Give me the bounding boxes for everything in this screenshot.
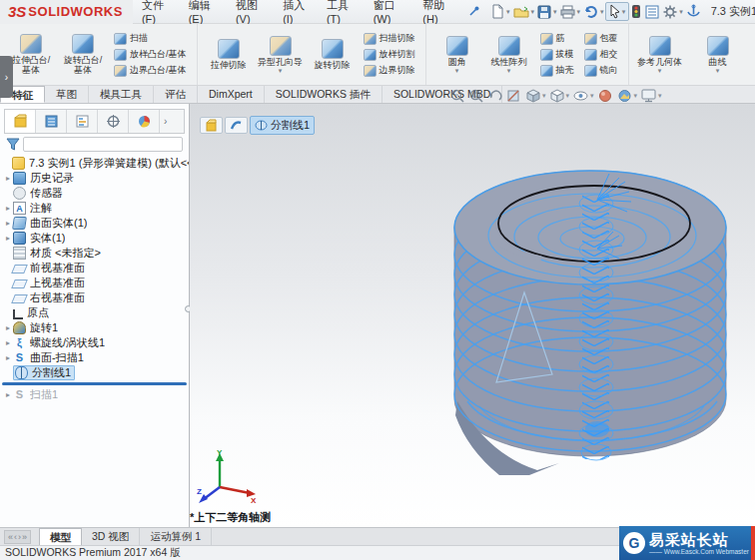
boundary-boss-button[interactable]: 边界凸台/基体 (111, 63, 190, 78)
shell-button[interactable]: 抽壳 (537, 63, 577, 78)
rib-button[interactable]: 筋 (537, 31, 577, 46)
tree-item-front-plane[interactable]: 前视基准面 (0, 261, 189, 276)
revolved-cut-button[interactable]: 旋转切除 (308, 37, 358, 72)
zoom-fit-button[interactable] (449, 88, 465, 104)
tree-item-revolve1[interactable]: ▸旋转1 (0, 320, 189, 335)
scroll-prev-icon[interactable]: ‹ (14, 532, 17, 542)
breadcrumb-part-chip[interactable] (200, 117, 223, 134)
rebuild-button[interactable] (629, 3, 643, 20)
tree-item-surface-bodies[interactable]: ▸曲面实体(1) (0, 216, 189, 231)
propertymanager-icon (44, 114, 59, 129)
graphics-viewport[interactable]: 分割线1 Y X Z *上下二等角轴测 (190, 104, 755, 527)
undo-button[interactable] (581, 4, 600, 20)
swept-cut-button[interactable]: 扫描切除 (361, 31, 418, 46)
swept-boss-button[interactable]: 扫描 (111, 31, 190, 46)
tab-featuremanager[interactable] (5, 110, 36, 133)
tree-root-part[interactable]: 7.3 实例1 (异形弹簧建模) (默认<<默 (0, 156, 189, 171)
tree-item-solid-bodies[interactable]: ▸实体(1) (0, 231, 189, 246)
draft-button[interactable]: 拔模 (537, 47, 577, 62)
boundary-cut-button[interactable]: 边界切除 (361, 63, 418, 78)
apply-scene-button[interactable]: ▾ (616, 88, 638, 104)
curves-button[interactable]: 曲线 ▾ (687, 34, 749, 76)
tab-configurationmanager[interactable] (67, 110, 98, 133)
zoom-area-button[interactable] (468, 88, 484, 104)
tree-item-right-plane[interactable]: 右视基准面 (0, 290, 189, 305)
tree-filter-input[interactable] (23, 137, 183, 152)
select-tool-button[interactable]: ▾ (605, 2, 630, 21)
view-orientation-button[interactable]: ▾ (525, 88, 546, 104)
tab-dimxpertmanager[interactable] (98, 110, 129, 133)
anchor-button[interactable] (684, 3, 703, 20)
filter-funnel-icon (6, 138, 20, 151)
open-button[interactable] (511, 4, 531, 20)
reference-triad: Y X Z (196, 447, 260, 507)
revolved-boss-icon (72, 34, 94, 54)
logo-mark: 3S (8, 3, 26, 20)
scroll-first-icon[interactable]: « (8, 532, 13, 542)
previous-view-button[interactable] (487, 88, 503, 104)
tab-3d-views[interactable]: 3D 视图 (82, 528, 140, 545)
breadcrumb: 分割线1 (200, 116, 317, 134)
tree-item-helix-spiral1[interactable]: ▸螺旋线/涡状线1 (0, 335, 189, 350)
tab-propertymanager[interactable] (36, 110, 67, 133)
display-style-button[interactable]: ▾ (549, 88, 570, 104)
view-settings-button[interactable]: ▾ (640, 88, 662, 104)
scroll-next-icon[interactable]: › (18, 532, 21, 542)
spring-model[interactable] (190, 104, 755, 527)
boundary-cut-icon (364, 65, 377, 77)
helix-spiral-icon (13, 336, 26, 349)
wrap-button[interactable]: 包覆 (581, 31, 621, 46)
boundary-boss-icon (114, 65, 127, 77)
hide-show-items-button[interactable]: ▾ (572, 88, 594, 104)
tree-item-sensors[interactable]: 传感器 (0, 186, 189, 201)
split-line-icon (255, 119, 268, 132)
tree-item-material[interactable]: 材质 <未指定> (0, 246, 189, 261)
save-icon (537, 5, 551, 19)
fillet-icon (446, 36, 468, 56)
tab-dimxpert[interactable]: DimXpert (198, 86, 265, 103)
options-button[interactable] (661, 4, 679, 20)
collapsed-panel-tab[interactable]: › (0, 56, 13, 98)
tab-evaluate[interactable]: 评估 (154, 86, 198, 103)
tab-mold-tools[interactable]: 模具工具 (89, 86, 154, 103)
dropdown-caret[interactable]: ▾ (279, 67, 283, 74)
tree-item-top-plane[interactable]: 上视基准面 (0, 276, 189, 290)
linear-pattern-button[interactable]: 线性阵列 ▾ (484, 34, 534, 76)
pin-menu-icon[interactable] (467, 5, 480, 18)
tab-scroll-buttons[interactable]: « ‹ › » (4, 530, 31, 544)
tree-item-origin[interactable]: 原点 (0, 305, 189, 320)
extruded-cut-button[interactable]: 拉伸切除 (204, 37, 254, 72)
file-properties-button[interactable] (643, 4, 661, 20)
print-button[interactable] (558, 4, 577, 20)
tree-item-history[interactable]: ▸历史记录 (0, 171, 189, 186)
section-view-button[interactable] (506, 88, 522, 104)
tab-sketch[interactable]: 草图 (45, 86, 89, 103)
hole-wizard-button[interactable]: 异型孔向导 ▾ (256, 34, 306, 76)
hole-wizard-icon (270, 36, 292, 56)
intersect-button[interactable]: 相交 (581, 47, 621, 62)
tab-model[interactable]: 模型 (39, 528, 82, 545)
save-button[interactable] (535, 4, 553, 20)
edit-appearance-button[interactable] (597, 88, 613, 104)
reference-geometry-button[interactable]: 参考几何体 ▾ (635, 34, 685, 76)
breadcrumb-selected-feature[interactable]: 分割线1 (250, 116, 315, 135)
tree-item-sweep1-suppressed[interactable]: ▸扫描1 (0, 387, 189, 402)
extruded-boss-button[interactable]: 拉伸凸台/基体 (6, 32, 56, 77)
lofted-cut-button[interactable]: 放样切割 (361, 47, 418, 62)
tab-motion-study1[interactable]: 运动算例 1 (140, 528, 212, 545)
new-document-button[interactable] (488, 3, 506, 20)
lofted-boss-button[interactable]: 放样凸台/基体 (111, 47, 190, 62)
panel-flyout-arrow[interactable]: › (164, 116, 167, 127)
reference-geometry-icon (649, 36, 671, 56)
fillet-button[interactable]: 圆角 ▾ (432, 34, 482, 76)
tab-displaymanager[interactable] (129, 110, 160, 133)
tab-solidworks-addins[interactable]: SOLIDWORKS 插件 (265, 86, 382, 103)
scroll-last-icon[interactable]: » (22, 532, 27, 542)
rollback-bar[interactable] (2, 382, 187, 385)
tree-item-surface-sweep1[interactable]: ▸曲面-扫描1 (0, 350, 189, 365)
mirror-button[interactable]: 镜向 (581, 63, 621, 78)
revolved-boss-button[interactable]: 旋转凸台/基体 (58, 32, 108, 77)
tree-item-split-line1[interactable]: 分割线1 (0, 365, 189, 380)
tree-item-annotations[interactable]: ▸注解 (0, 201, 189, 216)
breadcrumb-feature-chip[interactable] (225, 117, 248, 134)
